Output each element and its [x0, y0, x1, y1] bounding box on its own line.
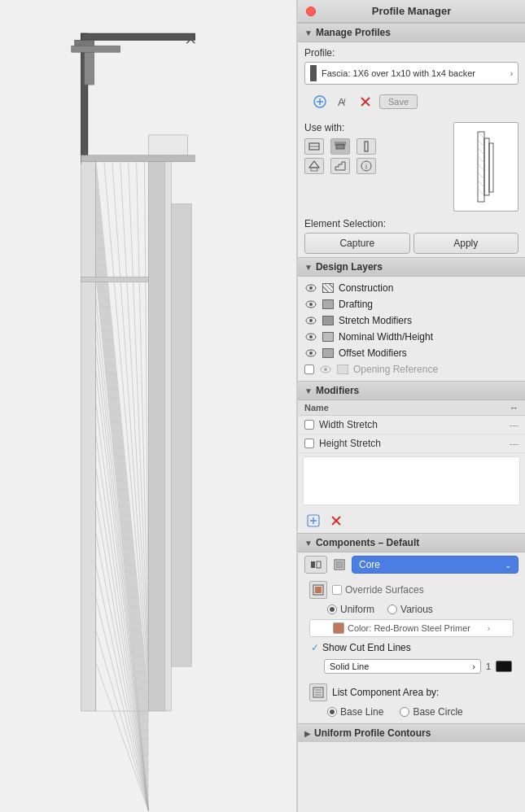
layer-visibility-stretch[interactable]	[304, 316, 317, 325]
radio-dot-uniform[interactable]	[327, 605, 337, 614]
uniform-profile-arrow[interactable]: ▶	[304, 729, 311, 738]
layer-name-offset: Offset Modifiers	[339, 347, 518, 359]
surface-type-radio-row: Uniform Various	[304, 601, 518, 618]
modifier-item-height[interactable]: Height Stretch ---	[298, 434, 525, 453]
radio-dot-base-circle[interactable]	[400, 707, 409, 717]
svg-point-84	[309, 335, 313, 338]
base-radio-row: Base Line Base Circle	[304, 704, 518, 720]
modifier-checkbox-height[interactable]	[304, 439, 314, 448]
stair-icon-btn[interactable]	[330, 158, 350, 174]
roof-icon-btn[interactable]	[304, 158, 324, 174]
svg-point-78	[309, 286, 313, 290]
element-selection-buttons: Capture Apply	[304, 233, 518, 254]
override-surfaces-checkbox[interactable]	[332, 585, 342, 595]
list-component-icon[interactable]	[309, 683, 327, 701]
radio-various[interactable]: Various	[387, 604, 433, 615]
line-color-box[interactable]	[496, 661, 512, 672]
radio-uniform[interactable]: Uniform	[327, 604, 374, 615]
element-selection-section: Element Selection: Capture Apply	[298, 215, 525, 257]
radio-dot-base-line[interactable]	[327, 707, 337, 717]
layer-item-construction[interactable]: Construction	[298, 280, 525, 296]
component-type-btn-1[interactable]	[304, 556, 327, 574]
layer-visibility-drafting[interactable]	[304, 299, 317, 309]
radio-base-line[interactable]: Base Line	[327, 706, 383, 718]
title-bar: Profile Manager	[298, 0, 525, 23]
svg-rect-2	[81, 33, 195, 40]
override-surfaces-row: Override Surfaces	[304, 578, 518, 601]
layer-item-stretch[interactable]: Stretch Modifiers	[298, 312, 525, 329]
modifier-val-height: ---	[486, 439, 518, 448]
svg-point-86	[309, 351, 313, 355]
modifier-checkbox-width[interactable]	[304, 420, 314, 430]
line-type-selector[interactable]: Solid Line ›	[324, 659, 481, 674]
panel: Profile Manager ▼ Manage Profiles Profil…	[297, 0, 525, 812]
slab-icon-btn[interactable]	[330, 138, 350, 155]
layer-visibility-offset[interactable]	[304, 348, 317, 358]
delete-modifier-button[interactable]	[327, 512, 345, 530]
svg-line-71	[478, 148, 484, 155]
use-with-row-2: i	[304, 158, 447, 174]
layer-icon-stretch	[322, 316, 334, 325]
close-button[interactable]	[306, 7, 316, 16]
layer-icon-construction	[322, 283, 334, 293]
wall-icon-btn[interactable]	[304, 138, 324, 155]
show-cut-end-lines-row: ✓ Show Cut End Lines	[304, 639, 518, 657]
svg-rect-95	[317, 561, 321, 568]
layer-item-nominal[interactable]: Nominal Width/Height	[298, 329, 525, 345]
layer-item-offset[interactable]: Offset Modifiers	[298, 345, 525, 361]
column-icon-btn[interactable]	[357, 138, 376, 155]
design-layers-arrow[interactable]: ▼	[304, 263, 313, 272]
line-type-text: Solid Line	[330, 661, 369, 671]
manage-profiles-header: ▼ Manage Profiles	[298, 23, 525, 42]
svg-text:I: I	[343, 97, 346, 105]
layer-name-construction: Construction	[339, 282, 518, 294]
layer-visibility-construction[interactable]	[304, 283, 317, 293]
modifier-item-width[interactable]: Width Stretch ---	[298, 416, 525, 434]
design-layers-header: ▼ Design Layers	[298, 257, 525, 277]
component-dropdown[interactable]: Core ⌄	[352, 556, 518, 574]
profile-preview	[453, 122, 518, 212]
use-with-icons: i	[304, 138, 447, 174]
checkmark-icon: ✓	[311, 642, 319, 653]
layer-icon-nominal	[322, 332, 334, 342]
uniform-profile-section: ▶ Uniform Profile Contours	[298, 723, 525, 742]
modifiers-arrow[interactable]: ▼	[304, 386, 313, 395]
add-profile-button[interactable]	[311, 93, 329, 111]
save-button[interactable]: Save	[379, 94, 418, 109]
component-dropdown-arrow-icon: ⌄	[505, 561, 511, 570]
svg-point-82	[309, 319, 313, 322]
svg-rect-43	[164, 159, 171, 711]
layer-icon-drafting	[322, 299, 334, 309]
svg-rect-67	[484, 138, 489, 195]
radio-dot-various[interactable]	[387, 605, 397, 614]
edit-profile-button[interactable]: AI	[334, 93, 352, 111]
radio-uniform-label: Uniform	[340, 604, 374, 615]
info-icon-btn[interactable]: i	[357, 158, 376, 174]
add-modifier-button[interactable]	[304, 512, 322, 530]
capture-button[interactable]: Capture	[304, 233, 410, 254]
layer-name-opening: Opening Reference	[353, 364, 518, 375]
layer-visibility-opening[interactable]	[319, 365, 332, 374]
design-layers-list: Construction Drafting Stretch Modifiers …	[298, 277, 525, 381]
components-arrow[interactable]: ▼	[304, 539, 313, 548]
color-row[interactable]: Color: Red-Brown Steel Primer ›	[309, 619, 514, 637]
override-surfaces-icon[interactable]	[309, 581, 327, 599]
layer-item-drafting[interactable]: Drafting	[298, 296, 525, 312]
svg-line-75	[478, 181, 484, 187]
components-label: Components – Default	[316, 537, 419, 548]
line-selector-arrow: ›	[472, 661, 475, 671]
svg-line-73	[478, 164, 484, 171]
radio-various-label: Various	[400, 604, 433, 615]
profile-selector[interactable]: Fascia: 1X6 over 1x10 with 1x4 backer ›	[304, 62, 518, 85]
layer-item-opening[interactable]: Opening Reference	[298, 361, 525, 378]
radio-base-circle[interactable]: Base Circle	[400, 706, 462, 718]
layer-checkbox-opening[interactable]	[304, 365, 314, 374]
list-component-label: List Component Area by:	[332, 687, 439, 698]
svg-rect-47	[81, 277, 149, 282]
layer-visibility-nominal[interactable]	[304, 332, 317, 342]
delete-profile-button[interactable]	[357, 93, 374, 111]
apply-button[interactable]: Apply	[413, 233, 519, 254]
modifiers-col-name: Name	[304, 403, 475, 413]
override-surfaces-label[interactable]: Override Surfaces	[332, 584, 424, 596]
collapse-arrow[interactable]: ▼	[304, 28, 313, 37]
